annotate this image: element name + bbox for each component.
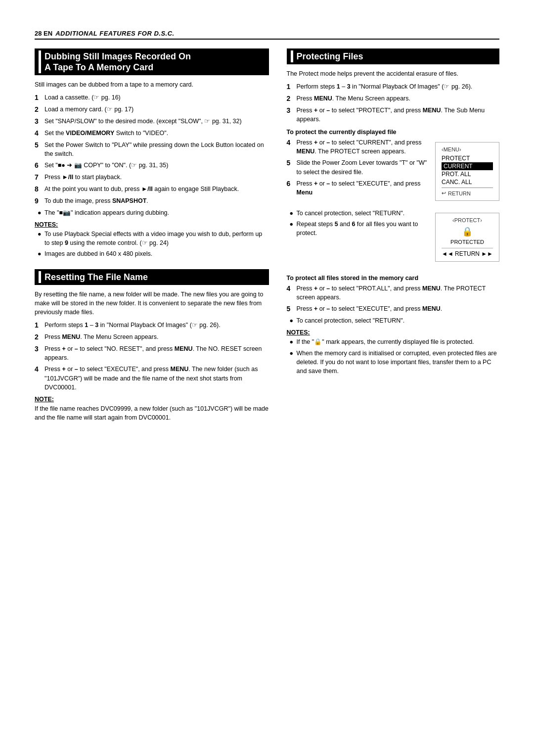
protecting-step-4-current: 4 Press + or – to select "CURRENT", and … (287, 138, 429, 156)
section-title-header: ADDITIONAL FEATURES FOR D.S.C. (55, 30, 175, 37)
protect-screen-2: ‹PROTECT› 🔒 PROTECTED ◄◄ RETURN ►► (435, 209, 499, 267)
dubbing-step-4: 4 Set the VIDEO/MEMORY Switch to "VIDEO"… (35, 129, 269, 138)
dubbing-step-8: 8 At the point you want to dub, press ►/… (35, 185, 269, 194)
page-header: 28 EN ADDITIONAL FEATURES FOR D.S.C. (35, 30, 499, 40)
left-column: Dubbing Still Images Recorded On A Tape … (35, 48, 269, 433)
resetting-step-3: 3 Press + or – to select "NO. RESET", an… (35, 344, 269, 362)
dubbing-step-2: 2 Load a memory card. (☞ pg. 17) (35, 105, 269, 114)
protecting-step-6-current: 6 Press + or – to select "EXECUTE", and … (287, 179, 429, 197)
dubbing-step-9: 9 To dub the image, press SNAPSHOT. (35, 196, 269, 206)
resetting-title: Resetting The File Name (35, 269, 269, 285)
resetting-step-4: 4 Press + or – to select "EXECUTE", and … (35, 365, 269, 391)
nav-right-icon: ►► (481, 250, 493, 257)
resetting-step-2: 2 Press MENU. The Menu Screen appears. (35, 332, 269, 342)
dubbing-step-3: 3 Set "SNAP/SLOW" to the desired mode. (… (35, 117, 269, 126)
protect-menu-1: ‹MENU› PROTECT CURRENT PROT. ALL CANC. A… (435, 138, 499, 206)
protect-current-bullets-group: ‹PROTECT› 🔒 PROTECTED ◄◄ RETURN ►► ● To … (287, 209, 499, 270)
resetting-step-1: 1 Perform steps 1 – 3 in "Normal Playbac… (35, 321, 269, 330)
dubbing-step-5: 5 Set the Power Switch to "PLAY" while p… (35, 141, 269, 158)
dubbing-step-1: 1 Load a cassette. (☞ pg. 16) (35, 93, 269, 102)
protecting-step-1: 1 Perform steps 1 – 3 in "Normal Playbac… (287, 82, 499, 92)
protecting-step-5-all: 5 Press + or – to select "EXECUTE", and … (287, 304, 499, 314)
dubbing-bullet: ● The "■📷" indication appears during dub… (35, 208, 269, 217)
dubbing-note-1: ● To use Playback Special effects with a… (35, 230, 269, 247)
protecting-step-2: 2 Press MENU. The Menu Screen appears. (287, 94, 499, 103)
protecting-step-5-current: 5 Slide the Power Zoom Lever towards "T"… (287, 158, 429, 176)
protect-all-subtitle: To protect all files stored in the memor… (287, 275, 499, 282)
protect-current-group: ‹MENU› PROTECT CURRENT PROT. ALL CANC. A… (287, 138, 499, 209)
page-number: 28 EN (35, 30, 52, 37)
protecting-note-1: ● If the "🔒" mark appears, the currently… (287, 337, 499, 346)
protect-bullet-repeat: ● Repeat steps 5 and 6 for all files you… (287, 220, 429, 237)
protect-current-subtitle: To protect the currently displayed file (287, 129, 499, 136)
protecting-note-2: ● When the memory card is initialised or… (287, 349, 499, 376)
protecting-title: Protecting Files (287, 48, 499, 64)
dubbing-section: Dubbing Still Images Recorded On A Tape … (35, 48, 269, 258)
resetting-section: Resetting The File Name By resetting the… (35, 269, 269, 422)
return-icon: ↩ (442, 190, 446, 196)
nav-left-icon: ◄◄ (442, 250, 453, 257)
dubbing-step-7: 7 Press ►/II to start playback. (35, 173, 269, 182)
dubbing-intro: Still images can be dubbed from a tape t… (35, 80, 269, 89)
protecting-notes: NOTES: ● If the "🔒" mark appears, the cu… (287, 329, 499, 376)
resetting-note: NOTE: If the file name reaches DVC09999,… (35, 396, 269, 422)
resetting-intro: By resetting the file name, a new folder… (35, 290, 269, 317)
protect-bullet-cancel-all: ● To cancel protection, select "RETURN". (287, 316, 499, 325)
protecting-section: Protecting Files The Protect mode helps … (287, 48, 499, 376)
protect-bullet-cancel: ● To cancel protection, select "RETURN". (287, 209, 429, 218)
dubbing-step-6: 6 Set "■● ➜ 📷 COPY" to "ON". (☞ pg. 31, … (35, 161, 269, 170)
dubbing-title: Dubbing Still Images Recorded On A Tape … (35, 48, 269, 75)
right-column: Protecting Files The Protect mode helps … (287, 48, 499, 433)
protecting-step-3: 3 Press + or – to select "PROTECT", and … (287, 106, 499, 124)
dubbing-note-2: ● Images are dubbed in 640 x 480 pixels. (35, 249, 269, 258)
protecting-step-4-all: 4 Press + or – to select "PROT.ALL", and… (287, 284, 499, 302)
nav-return-label: RETURN (455, 250, 480, 257)
protecting-intro: The Protect mode helps prevent the accid… (287, 69, 499, 78)
dubbing-notes: NOTES: ● To use Playback Special effects… (35, 221, 269, 258)
